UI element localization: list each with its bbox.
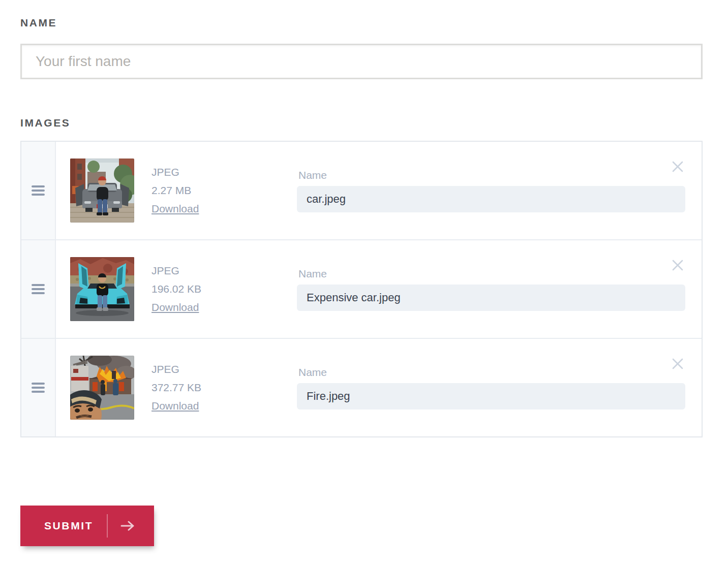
name-field-group: Name bbox=[297, 169, 685, 212]
name-field-group: Name bbox=[297, 366, 685, 410]
file-format: JPEG bbox=[151, 163, 297, 181]
close-icon bbox=[671, 160, 684, 173]
name-section-label: NAME bbox=[20, 17, 703, 29]
close-icon bbox=[671, 357, 684, 370]
image-thumbnail-expensive-car bbox=[70, 257, 134, 321]
submit-button-divider bbox=[107, 514, 108, 538]
image-name-input[interactable] bbox=[297, 383, 685, 410]
name-field-group: Name bbox=[297, 268, 685, 311]
download-link[interactable]: Download bbox=[151, 400, 199, 412]
drag-handle-cell[interactable] bbox=[21, 339, 56, 436]
drag-handle-cell[interactable] bbox=[21, 240, 56, 338]
file-format: JPEG bbox=[151, 360, 297, 379]
close-icon bbox=[671, 259, 684, 272]
image-name-input[interactable] bbox=[297, 285, 685, 311]
image-row-content: JPEG 196.02 KB Download Name bbox=[56, 240, 702, 338]
image-thumbnail-car bbox=[70, 159, 134, 223]
download-link[interactable]: Download bbox=[151, 301, 199, 313]
file-meta: JPEG 2.27 MB Download bbox=[151, 163, 297, 218]
file-size: 196.02 KB bbox=[151, 280, 297, 298]
form-page: NAME IMAGES bbox=[0, 0, 728, 546]
image-row-fire: JPEG 372.77 KB Download Name bbox=[21, 338, 702, 436]
name-field-label: Name bbox=[298, 169, 685, 181]
name-field-label: Name bbox=[298, 366, 685, 379]
drag-handle-icon bbox=[32, 284, 45, 294]
image-name-input[interactable] bbox=[297, 186, 685, 212]
name-field-label: Name bbox=[298, 268, 685, 280]
file-meta: JPEG 372.77 KB Download bbox=[151, 360, 297, 415]
drag-handle-cell[interactable] bbox=[21, 142, 56, 239]
drag-handle-icon bbox=[32, 185, 45, 196]
image-row-car: JPEG 2.27 MB Download Name bbox=[21, 142, 702, 239]
download-link[interactable]: Download bbox=[151, 203, 199, 214]
image-thumbnail-fire bbox=[70, 356, 134, 420]
drag-handle-icon bbox=[32, 383, 45, 393]
remove-image-button[interactable] bbox=[671, 160, 684, 173]
file-meta: JPEG 196.02 KB Download bbox=[151, 262, 297, 317]
images-list: JPEG 2.27 MB Download Name bbox=[20, 141, 703, 437]
first-name-input[interactable] bbox=[20, 44, 703, 79]
file-size: 2.27 MB bbox=[151, 181, 297, 200]
submit-button-label: SUBMIT bbox=[44, 520, 93, 532]
image-row-content: JPEG 372.77 KB Download Name bbox=[56, 339, 702, 436]
remove-image-button[interactable] bbox=[671, 259, 684, 272]
image-row-expensive-car: JPEG 196.02 KB Download Name bbox=[21, 239, 702, 338]
file-size: 372.77 KB bbox=[151, 379, 297, 397]
arrow-right-icon bbox=[120, 520, 135, 532]
image-row-content: JPEG 2.27 MB Download Name bbox=[56, 142, 702, 239]
images-section-label: IMAGES bbox=[20, 117, 703, 129]
remove-image-button[interactable] bbox=[671, 357, 684, 370]
file-format: JPEG bbox=[151, 262, 297, 280]
submit-button[interactable]: SUBMIT bbox=[20, 506, 154, 546]
